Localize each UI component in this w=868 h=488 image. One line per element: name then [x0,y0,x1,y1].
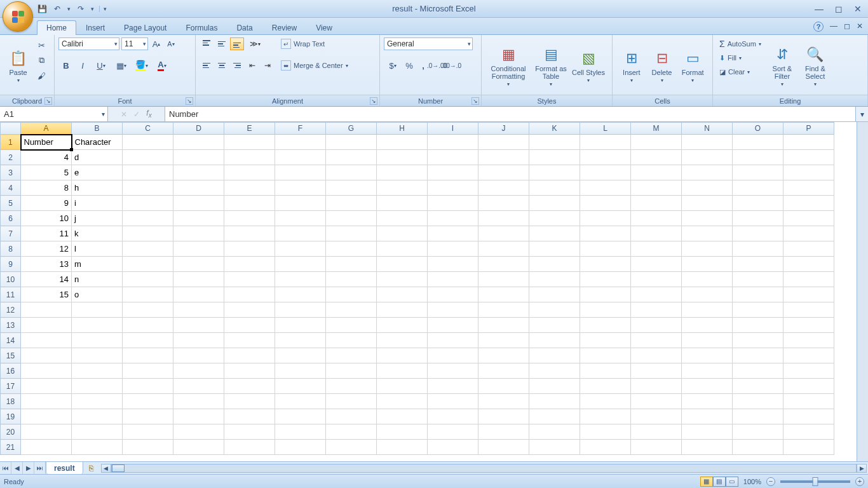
cell-K12[interactable] [529,302,580,318]
cell-P9[interactable] [783,257,834,272]
cell-D16[interactable] [173,363,224,379]
cell-M18[interactable] [631,394,682,409]
cell-B11[interactable]: o [72,287,123,302]
format-cells-button[interactable]: ▭Format▾ [677,37,709,95]
cell-F14[interactable] [275,333,326,348]
cell-O9[interactable] [733,257,783,272]
cell-J17[interactable] [478,379,529,394]
cell-J2[interactable] [478,150,529,165]
cell-G6[interactable] [326,211,377,226]
cell-D13[interactable] [173,318,224,333]
cell-I13[interactable] [428,318,478,333]
cell-B14[interactable] [72,333,123,348]
cell-G11[interactable] [326,287,377,302]
cell-G8[interactable] [326,241,377,257]
cell-O18[interactable] [733,394,783,409]
cell-A18[interactable] [21,394,72,409]
cell-H8[interactable] [377,241,428,257]
cell-O13[interactable] [733,318,783,333]
cell-P4[interactable] [783,180,834,196]
cell-G15[interactable] [326,348,377,363]
cell-K13[interactable] [529,318,580,333]
cell-O15[interactable] [733,348,783,363]
cell-A16[interactable] [21,363,72,379]
cell-N8[interactable] [682,241,733,257]
cell-L21[interactable] [580,440,631,455]
cell-O17[interactable] [733,379,783,394]
cell-M11[interactable] [631,287,682,302]
clipboard-dialog-icon[interactable]: ↘ [44,97,52,105]
help-icon[interactable]: ? [813,22,824,32]
cell-E14[interactable] [224,333,275,348]
cell-K4[interactable] [529,180,580,196]
cell-P7[interactable] [783,226,834,241]
cell-P5[interactable] [783,196,834,211]
cell-A5[interactable]: 9 [21,196,72,211]
cell-N16[interactable] [682,363,733,379]
cell-F17[interactable] [275,379,326,394]
cell-L17[interactable] [580,379,631,394]
cell-I5[interactable] [428,196,478,211]
cell-L3[interactable] [580,165,631,180]
cell-G17[interactable] [326,379,377,394]
cell-B4[interactable]: h [72,180,123,196]
cell-G14[interactable] [326,333,377,348]
horizontal-scrollbar[interactable]: ◀ ▶ [100,462,868,474]
cell-K20[interactable] [529,424,580,440]
cell-styles-button[interactable]: ▧Cell Styles▾ [571,37,606,95]
cell-B19[interactable] [72,409,123,424]
cell-C14[interactable] [123,333,173,348]
cell-L9[interactable] [580,257,631,272]
cell-E12[interactable] [224,302,275,318]
delete-cells-button[interactable]: ⊟Delete▾ [647,37,677,95]
cell-H11[interactable] [377,287,428,302]
cell-F1[interactable] [275,135,326,150]
cell-P1[interactable] [783,135,834,150]
cell-P18[interactable] [783,394,834,409]
cell-B17[interactable] [72,379,123,394]
decrease-decimal-button[interactable]: .00→.0 [445,59,458,72]
row-header-18[interactable]: 18 [1,394,21,409]
cell-N18[interactable] [682,394,733,409]
align-center-button[interactable] [215,59,229,72]
cell-N9[interactable] [682,257,733,272]
cell-B8[interactable]: l [72,241,123,257]
cell-F21[interactable] [275,440,326,455]
cell-D21[interactable] [173,440,224,455]
cell-M6[interactable] [631,211,682,226]
column-header-B[interactable]: B [72,123,123,135]
cell-H10[interactable] [377,272,428,287]
row-header-2[interactable]: 2 [1,150,21,165]
cell-G20[interactable] [326,424,377,440]
cell-P11[interactable] [783,287,834,302]
cell-J11[interactable] [478,287,529,302]
tab-view[interactable]: View [306,20,342,35]
row-header-11[interactable]: 11 [1,287,21,302]
cell-K3[interactable] [529,165,580,180]
cell-N20[interactable] [682,424,733,440]
cell-D4[interactable] [173,180,224,196]
cell-I17[interactable] [428,379,478,394]
cell-F2[interactable] [275,150,326,165]
number-dialog-icon[interactable]: ↘ [471,97,479,105]
office-button[interactable] [3,1,33,32]
column-header-A[interactable]: A [21,123,72,135]
vertical-scrollbar[interactable] [857,122,868,461]
page-layout-view-button[interactable]: ▤ [713,477,726,487]
cell-H14[interactable] [377,333,428,348]
insert-function-icon[interactable]: fx [146,109,151,119]
cell-K1[interactable] [529,135,580,150]
cell-P17[interactable] [783,379,834,394]
font-dialog-icon[interactable]: ↘ [186,97,193,105]
cell-D1[interactable] [173,135,224,150]
cell-O14[interactable] [733,333,783,348]
cell-N21[interactable] [682,440,733,455]
row-header-16[interactable]: 16 [1,363,21,379]
fill-color-button[interactable]: 🪣▾ [132,59,151,72]
sheet-nav-first-icon[interactable]: ⏮ [0,462,11,475]
column-header-O[interactable]: O [733,123,783,135]
cell-P16[interactable] [783,363,834,379]
cell-G4[interactable] [326,180,377,196]
cell-G19[interactable] [326,409,377,424]
cell-C15[interactable] [123,348,173,363]
